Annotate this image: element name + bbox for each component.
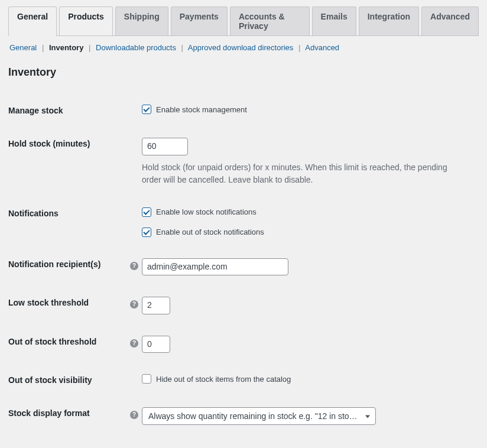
help-icon[interactable]: ? [130, 300, 138, 309]
settings-form: Manage stock Enable stock management Hol… [0, 94, 487, 436]
subnav-general[interactable]: General [9, 43, 37, 52]
display-format-label: Stock display format [0, 397, 130, 436]
recipients-input[interactable] [142, 258, 288, 276]
tab-integration[interactable]: Integration [359, 7, 419, 35]
subnav-separator: | [181, 43, 183, 52]
help-icon[interactable]: ? [130, 339, 138, 348]
hold-stock-label: Hold stock (minutes) [0, 127, 130, 197]
sub-nav: General | Inventory | Downloadable produ… [0, 36, 487, 52]
subnav-downloadable[interactable]: Downloadable products [96, 43, 176, 52]
low-stock-notify-label: Enable low stock notifications [156, 207, 257, 216]
display-format-select-wrap: Always show quantity remaining in stock … [142, 407, 376, 425]
low-stock-notify-checkbox[interactable] [142, 207, 151, 217]
subnav-separator: | [42, 43, 44, 52]
subnav-inventory[interactable]: Inventory [49, 43, 84, 52]
subnav-advanced[interactable]: Advanced [305, 43, 339, 52]
help-icon[interactable]: ? [130, 411, 138, 419]
submit-row: Save changes [0, 436, 487, 448]
recipients-label: Notification recipient(s) [0, 248, 130, 287]
tab-accounts-privacy[interactable]: Accounts & Privacy [230, 7, 310, 35]
manage-stock-label: Manage stock [0, 94, 130, 127]
hold-stock-description: Hold stock (for unpaid orders) for x min… [142, 161, 466, 186]
out-threshold-input[interactable] [142, 336, 170, 353]
manage-stock-checkbox[interactable] [142, 105, 151, 114]
display-format-select[interactable]: Always show quantity remaining in stock … [142, 407, 376, 425]
hold-stock-input[interactable] [142, 138, 188, 155]
subnav-approved-dirs[interactable]: Approved download directories [188, 43, 294, 52]
subnav-separator: | [89, 43, 90, 52]
help-icon[interactable]: ? [130, 262, 138, 270]
low-threshold-input[interactable] [142, 297, 170, 314]
tab-emails[interactable]: Emails [312, 7, 356, 35]
tab-payments[interactable]: Payments [171, 7, 228, 35]
out-visibility-checkbox[interactable] [142, 374, 151, 384]
notifications-label: Notifications [0, 197, 130, 248]
out-visibility-checkbox-label: Hide out of stock items from the catalog [156, 375, 291, 384]
out-of-stock-notify-label: Enable out of stock notifications [156, 228, 264, 236]
page-title: Inventory [0, 52, 487, 83]
tab-products[interactable]: Products [59, 7, 113, 35]
manage-stock-checkbox-label: Enable stock management [156, 105, 247, 114]
out-of-stock-notify-checkbox[interactable] [142, 228, 151, 237]
out-threshold-label: Out of stock threshold [0, 325, 130, 364]
low-threshold-label: Low stock threshold [0, 286, 130, 325]
tab-general[interactable]: General [8, 7, 57, 35]
subnav-separator: | [298, 43, 300, 52]
tab-shipping[interactable]: Shipping [115, 7, 168, 35]
tab-advanced[interactable]: Advanced [421, 7, 479, 35]
top-tab-bar: General Products Shipping Payments Accou… [0, 0, 487, 35]
out-visibility-label: Out of stock visibility [0, 363, 130, 397]
